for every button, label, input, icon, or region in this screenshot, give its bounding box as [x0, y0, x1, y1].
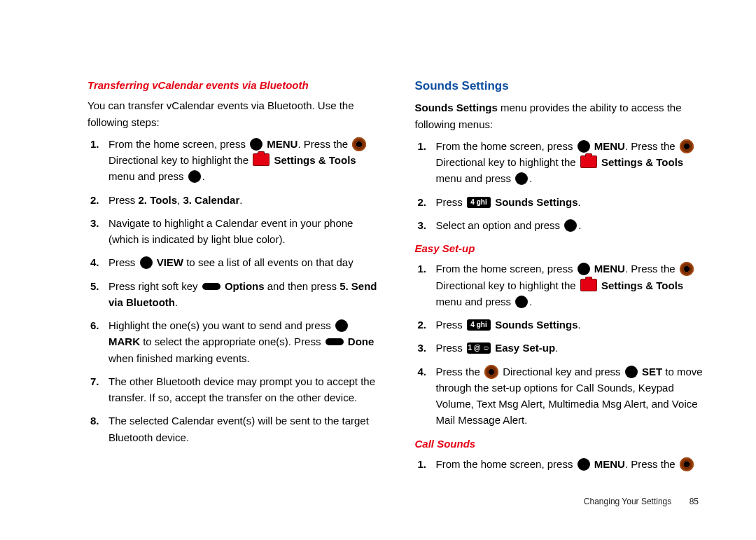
directional-key-icon	[680, 262, 694, 276]
intro-text: You can transfer vCalendar events via Bl…	[88, 97, 380, 130]
sounds-settings-label: Sounds Settings	[492, 319, 578, 331]
text: . Press the	[625, 263, 678, 275]
step-2: Press 2. Tools, 3. Calendar.	[108, 192, 380, 208]
ok-key-icon	[335, 319, 348, 332]
step-1: From the home screen, press MENU. Press …	[436, 261, 708, 310]
text: Press	[108, 256, 139, 268]
heading-easy-set-up: Easy Set-up	[415, 240, 708, 256]
text: Press	[436, 319, 466, 331]
ok-key-icon	[564, 219, 577, 232]
sounds-settings-label: Sounds Settings	[492, 196, 578, 208]
ok-key-icon	[515, 296, 528, 308]
text: Press right soft key	[108, 280, 201, 292]
text: .	[578, 196, 581, 208]
text: Directional key to highlight the	[436, 156, 579, 168]
footer-section: Changing Your Settings	[584, 497, 671, 506]
text: From the home screen, press	[436, 458, 576, 470]
text: From the home screen, press	[436, 140, 576, 152]
bold: 2. Tools	[139, 194, 178, 206]
step-6: Highlight the one(s) you want to send an…	[108, 317, 380, 366]
text: . Press the	[625, 458, 678, 470]
key-4-icon: 4 ghi	[467, 319, 491, 331]
set-label: SET	[639, 366, 662, 378]
ok-key-icon	[578, 263, 590, 275]
directional-key-icon	[352, 137, 366, 151]
steps-list: From the home screen, press MENU. Press …	[88, 136, 380, 445]
key-1-icon: 1 @ ☺	[467, 342, 491, 354]
bold: 3. Calendar	[183, 194, 239, 206]
page-footer: Changing Your Settings 85	[584, 497, 699, 506]
step-1: From the home screen, press MENU. Press …	[108, 136, 380, 185]
step-1: From the home screen, press MENU. Press …	[436, 138, 708, 187]
text: .	[202, 170, 205, 182]
text: Highlight the one(s) you want to send an…	[108, 319, 334, 331]
ok-key-icon	[140, 256, 153, 269]
directional-key-icon	[680, 457, 694, 471]
bold: Sounds Settings	[415, 102, 498, 113]
mark-label: MARK	[108, 335, 140, 347]
text: Directional key to highlight the	[436, 279, 579, 291]
text: Press	[108, 194, 139, 206]
step-2: Press 4 ghi Sounds Settings.	[436, 194, 708, 210]
ok-key-icon	[625, 366, 638, 378]
text: and then press	[265, 280, 340, 292]
text: .	[529, 172, 532, 184]
step-4: Press the Directional key and press SET …	[436, 364, 708, 429]
ok-key-icon	[578, 458, 590, 471]
ok-key-icon	[578, 140, 590, 153]
settings-tools-icon	[253, 153, 270, 166]
text: Press the	[436, 366, 484, 378]
view-label: VIEW	[154, 256, 184, 268]
step-7: The other Bluetooth device may prompt yo…	[108, 373, 380, 406]
intro-text: Sounds Settings menu provides the abilit…	[415, 99, 708, 132]
step-8: The selected Calendar event(s) will be s…	[108, 413, 380, 445]
ok-key-icon	[250, 138, 262, 151]
step-4: Press VIEW to see a list of all events o…	[108, 254, 380, 270]
right-column: Sounds Settings Sounds Settings menu pro…	[415, 77, 708, 540]
page-number: 85	[690, 497, 699, 506]
steps-list: From the home screen, press MENU. Press …	[415, 261, 708, 428]
text: menu and press	[436, 296, 514, 307]
step-5: Press right soft key Options and then pr…	[108, 278, 380, 311]
manual-page: Transferring vCalendar events via Blueto…	[0, 0, 756, 540]
directional-key-icon	[484, 365, 498, 379]
options-label: Options	[222, 280, 265, 292]
step-1: From the home screen, press MENU. Press …	[436, 456, 708, 472]
step-3: Press 1 @ ☺ Easy Set-up.	[436, 340, 708, 356]
text: .	[529, 296, 532, 307]
directional-key-icon	[680, 139, 694, 153]
heading-sounds-settings: Sounds Settings	[415, 77, 708, 95]
heading-transferring-vcalendar: Transferring vCalendar events via Blueto…	[88, 77, 380, 93]
text: .	[239, 194, 242, 206]
settings-tools-label: Settings & Tools	[598, 279, 683, 291]
menu-label: MENU	[592, 140, 625, 152]
step-3: Navigate to highlight a Calendar event i…	[108, 215, 380, 248]
text: .	[555, 342, 558, 354]
text: Press	[436, 196, 466, 208]
text: menu and press	[436, 172, 514, 184]
easy-set-up-label: Easy Set-up	[492, 342, 555, 354]
menu-label: MENU	[592, 263, 625, 275]
text: From the home screen, press	[436, 263, 576, 275]
heading-call-sounds: Call Sounds	[415, 436, 708, 452]
soft-key-icon	[326, 338, 344, 345]
steps-list: From the home screen, press MENU. Press …	[415, 456, 708, 472]
text: to see a list of all events on that day	[183, 256, 354, 268]
done-label: Done	[345, 335, 374, 347]
key-4-icon: 4 ghi	[467, 197, 491, 208]
menu-label: MENU	[264, 138, 298, 150]
text: to select the appropriate one(s). Press	[140, 335, 324, 347]
text: .	[175, 296, 178, 308]
text: .	[578, 319, 581, 331]
text: From the home screen, press	[108, 138, 248, 150]
step-3: Select an option and press .	[436, 217, 708, 233]
steps-list: From the home screen, press MENU. Press …	[415, 138, 708, 233]
text: .	[578, 219, 581, 231]
text: . Press the	[298, 138, 351, 150]
settings-tools-label: Settings & Tools	[598, 156, 683, 168]
menu-label: MENU	[592, 458, 625, 470]
text: Directional key and press	[500, 366, 624, 378]
settings-tools-icon	[580, 279, 597, 291]
settings-tools-icon	[580, 155, 597, 168]
ok-key-icon	[188, 170, 201, 183]
